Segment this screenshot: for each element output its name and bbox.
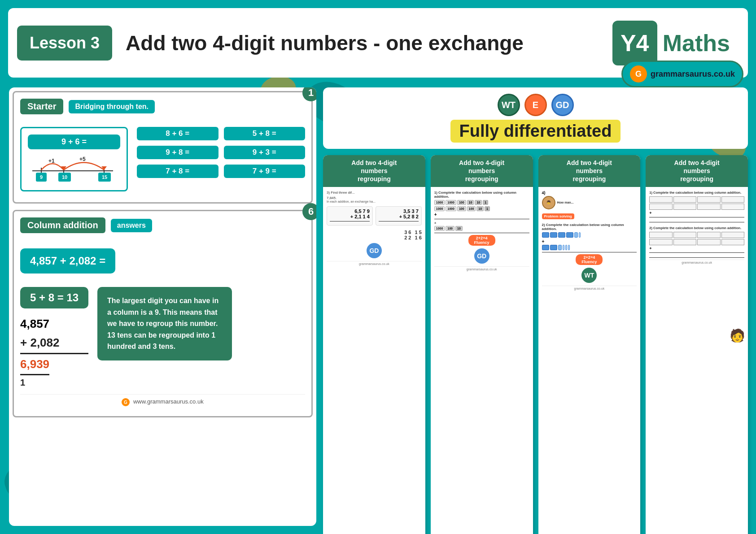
- ws2-blocks-row3: 1000 100 10: [434, 226, 529, 231]
- gd-badge: GD: [551, 94, 574, 116]
- ws3-mixed-blocks: [542, 245, 637, 250]
- ws4-cell-7: [697, 204, 720, 210]
- ws1-num2: 1 51 6: [415, 230, 421, 240]
- block-100-3: 100: [467, 206, 476, 211]
- ws4-q1-label: 1) Complete the calculation below using …: [649, 191, 744, 195]
- sum-answer: 5 + 8 = 13: [30, 291, 79, 304]
- ws2-body: 1) Complete the calculation below using …: [431, 187, 533, 534]
- grammar-icon: G: [630, 65, 647, 82]
- block-1000-5: 1000: [434, 226, 445, 231]
- badge-row: WT E GD: [333, 94, 738, 116]
- ws1-q3-label: 3) Find three dif...: [327, 191, 422, 195]
- ws1-m2-l2: + 5,2 8 2: [379, 214, 419, 219]
- eq-6: 7 + 9 =: [224, 165, 306, 178]
- block-1000-4: 1000: [446, 206, 456, 211]
- carry: 1: [20, 375, 88, 390]
- svg-text:10: 10: [62, 174, 67, 180]
- ws2-q1-second: +: [434, 221, 529, 225]
- ws4-cell-14: [673, 239, 696, 245]
- column-addition-slide: 6 Column addition answers 4,857 + 2,082 …: [13, 210, 313, 417]
- addend2: + 2,082: [20, 334, 88, 352]
- worksheet-card-3: Add two 4-digit numbers regrouping 4) 👦 …: [538, 155, 641, 534]
- ws4-cell-6: [673, 204, 696, 210]
- ws4-cell-8: [721, 204, 744, 210]
- slide-number-6: 6: [302, 203, 316, 220]
- ws3-character-row: 👦 How man...: [542, 196, 637, 209]
- ws2-title-line1: Add two 4-digit: [433, 159, 531, 167]
- ws2-q1: 1) Complete the calculation below using …: [434, 191, 529, 199]
- block-10-2: 10: [475, 200, 482, 205]
- ws1-title-line2: numbers: [325, 167, 424, 175]
- mixed-blue-4: [563, 245, 564, 250]
- ws3-wt: WT: [581, 268, 597, 283]
- eq-1: 8 + 6 =: [137, 127, 218, 140]
- blue-block-4: [566, 232, 573, 238]
- ws1-gd-badge: GD: [367, 243, 382, 258]
- left-panel: 1 Starter Bridging through ten. 9 + 6 = …: [9, 87, 316, 526]
- svg-text:+1: +1: [48, 158, 55, 164]
- ws2-gd: GD: [474, 248, 489, 264]
- ws4-header: Add two 4-digit numbers regrouping: [646, 155, 748, 187]
- ws2-title-line3: regrouping: [433, 175, 531, 183]
- ws3-fluency: 2+2=4 Fluency: [576, 254, 603, 265]
- ws1-m1-l2: + 2,1 1 4: [330, 214, 370, 219]
- block-100-2: 100: [457, 206, 466, 211]
- nl-equation: 9 + 6 =: [28, 135, 120, 149]
- ws3-title-line2: numbers: [540, 167, 639, 175]
- block-10-1: 10: [467, 200, 474, 205]
- ws2-blocks-row1: 1000 1000 100 10 10 1: [434, 200, 529, 205]
- eq-2: 5 + 8 =: [224, 127, 306, 140]
- ws1-math1: 6,5 7 9 + 2,1 1 4: [327, 206, 373, 226]
- fully-diff-title: Fully differentiated: [450, 120, 621, 143]
- block-1-1: 1: [483, 200, 488, 205]
- eq-3: 9 + 8 =: [137, 146, 218, 159]
- ws2-fluency: 2+2=4 Fluency: [468, 235, 495, 246]
- addend1: 4,857: [20, 315, 88, 334]
- ws2-plus: +: [434, 212, 529, 217]
- block-1-2: 1: [485, 206, 490, 211]
- eq-5: 7 + 8 =: [137, 165, 218, 178]
- ws4-cell-3: [697, 196, 720, 203]
- ws4-cell-1: [649, 196, 672, 203]
- block-1000-2: 1000: [446, 200, 456, 205]
- blue-block-5: [574, 232, 578, 238]
- ws4-title-line3: regrouping: [647, 175, 746, 183]
- eq-4: 9 + 3 =: [224, 146, 306, 159]
- ws2-blocks-row2: 1000 1000 100 100 10 1: [434, 206, 529, 211]
- equations-grid: 8 + 6 = 5 + 8 = 9 + 8 = 9 + 3 = 7 + 8 = …: [137, 127, 305, 178]
- worksheet-card-2: Add two 4-digit numbers regrouping 1) Co…: [431, 155, 533, 534]
- starter-slide: 1 Starter Bridging through ten. 9 + 6 = …: [13, 91, 313, 204]
- ws4-grid-row2: [649, 204, 744, 210]
- ws3-q2: 2) Complete the calculation below using …: [542, 223, 637, 231]
- column-tag: Column addition: [20, 217, 105, 233]
- worksheet-card-1: Add two 4-digit numbers regrouping 3) Fi…: [323, 155, 425, 534]
- sum-answer-box: 5 + 8 = 13: [20, 287, 88, 308]
- ws3-problem-text: How man...: [557, 201, 637, 204]
- ws1-m2-l1: 3,5 3 7: [379, 208, 419, 214]
- mixed-blue-2: [550, 245, 557, 250]
- footer-website: www.grammarsaurus.co.uk: [133, 398, 204, 405]
- starter-slide-header: Starter Bridging through ten.: [20, 99, 305, 114]
- ws3-plus: +: [542, 239, 637, 244]
- ws1-title-line1: Add two 4-digit: [325, 159, 424, 167]
- number-line-svg: 9 10 15 +1 +5 9 10: [28, 153, 118, 182]
- blue-block-6: [579, 232, 581, 238]
- mixed-blue-3: [558, 245, 562, 250]
- ws4-character: 🧑: [728, 328, 746, 343]
- worksheet-card-4: Add two 4-digit numbers regrouping 1) Co…: [646, 155, 748, 534]
- ws1-footer: grammarsaurus.co.uk: [327, 261, 422, 266]
- ws1-q3-desc: In each addition, an exchange ha...: [327, 200, 422, 203]
- ws3-ps-badge: Problem solving: [542, 213, 574, 219]
- bottom-two-col: 5 + 8 = 13 4,857 + 2,082 6,939 1 The lar…: [20, 287, 305, 390]
- grammarsaurus-logo[interactable]: G grammarsaurus.co.uk: [621, 61, 743, 87]
- starter-tag: Starter: [20, 99, 63, 114]
- blue-block-3: [558, 232, 565, 238]
- ws4-body: 1) Complete the calculation below using …: [646, 187, 748, 534]
- ws4-cell-2: [673, 196, 696, 203]
- addition-work-area: 5 + 8 = 13 4,857 + 2,082 6,939 1: [20, 287, 88, 390]
- ws1-q3-value: 7,845.: [327, 196, 422, 200]
- ws2-title-line2: numbers: [433, 167, 531, 175]
- ws1-title-line3: regrouping: [325, 175, 424, 183]
- mixed-blue-1: [542, 245, 549, 250]
- ws4-grid-row3: [649, 232, 744, 238]
